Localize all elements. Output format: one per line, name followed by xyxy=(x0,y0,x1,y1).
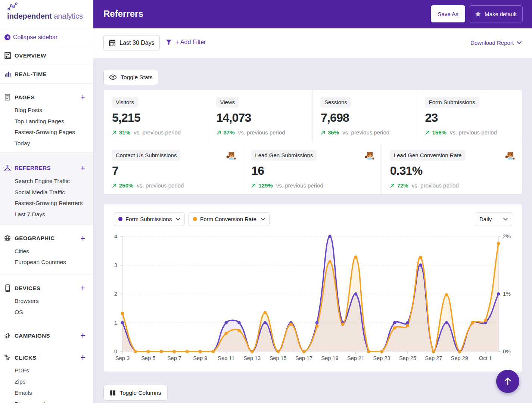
svg-text:0: 0 xyxy=(114,348,117,354)
svg-text:2: 2 xyxy=(114,291,117,297)
svg-text:Oct 1: Oct 1 xyxy=(479,355,492,361)
svg-text:Sep 13: Sep 13 xyxy=(243,355,261,361)
svg-text:Sep 7: Sep 7 xyxy=(167,355,181,361)
svg-text:Sep 3: Sep 3 xyxy=(115,355,130,361)
svg-text:3: 3 xyxy=(114,262,117,268)
svg-text:Sep 25: Sep 25 xyxy=(399,355,416,361)
svg-text:1%: 1% xyxy=(503,291,511,297)
svg-text:2%: 2% xyxy=(503,233,511,239)
svg-text:Sep 27: Sep 27 xyxy=(425,355,442,361)
svg-text:4: 4 xyxy=(114,233,117,239)
svg-text:Sep 17: Sep 17 xyxy=(295,355,312,361)
svg-text:0%: 0% xyxy=(503,348,511,354)
svg-text:Sep 23: Sep 23 xyxy=(373,355,391,361)
svg-text:1: 1 xyxy=(114,320,117,326)
svg-text:Sep 29: Sep 29 xyxy=(451,355,468,361)
svg-text:Sep 11: Sep 11 xyxy=(218,355,234,361)
svg-text:Sep 19: Sep 19 xyxy=(321,355,339,361)
svg-text:Sep 9: Sep 9 xyxy=(193,355,207,361)
svg-text:Sep 5: Sep 5 xyxy=(141,355,155,361)
svg-text:Sep 15: Sep 15 xyxy=(270,355,287,361)
svg-text:Sep 21: Sep 21 xyxy=(347,355,364,361)
